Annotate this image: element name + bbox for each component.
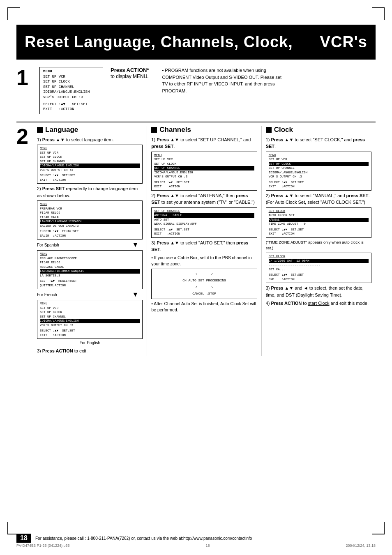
clock-column: Clock 1) Press ▲▼ to select "SET CLOCK,"… bbox=[262, 126, 376, 356]
page-title: Reset Language, Channels, Clock, bbox=[25, 33, 293, 51]
ch-auto-box: \ / CH AUTO SET PROCEEDING / \ CANCEL :S… bbox=[151, 269, 257, 299]
ch-menu1: MENU SET UP VCR SET UP CLOCK SET UP CHAN… bbox=[151, 152, 257, 191]
file-info-center: 18 bbox=[206, 543, 210, 548]
file-info-line: PV-D4745S P1-25 (041224).p65 18 2004/12/… bbox=[16, 543, 376, 548]
step2-section: 2 Language 1) Press ▲▼ to select languag… bbox=[16, 126, 376, 356]
step1-menu-box: MENU SET UP VCR SET UP CLOCK SET UP CHAN… bbox=[39, 67, 103, 114]
step1-note: • PROGRAM functions are not available wh… bbox=[162, 67, 285, 94]
footer-text: For assistance, please call : 1-800-211-… bbox=[35, 536, 252, 541]
clk-menu1: MENU SET UP VCR SET UP CLOCK SET UP CHAN… bbox=[266, 152, 371, 191]
clk-menu3: SET CLOCK 1/ 1/2005 SAT 12:00AM --------… bbox=[266, 253, 371, 283]
language-column: Language 1) Press ▲▼ to select language … bbox=[33, 126, 147, 356]
channels-header-label: Channels bbox=[159, 126, 191, 134]
channels-column: Channels 1) Press ▲▼ to select "SET UP C… bbox=[147, 126, 261, 356]
clock-header-icon bbox=[266, 127, 272, 133]
ch-sub3: 3) Press ▲▼ to select "AUTO SET," then p… bbox=[151, 240, 257, 253]
step1-instruction: Press ACTION* to display MENU. bbox=[111, 67, 149, 79]
spanish-menu: MENU PREPARAR VCR FIJAR RELOJ FIJAR CANA… bbox=[37, 200, 143, 240]
ch-sub2: 2) Press ▲▼ to select "ANTENNA," then pr… bbox=[151, 192, 257, 206]
lang-menu1: MENU SET UP VCR SET UP CLOCK SET UP CHAN… bbox=[37, 145, 143, 184]
clk-sub4: 4) Press ACTION to start Clock and exit … bbox=[266, 300, 371, 307]
clk-menu2: SET CLOCK AUTO CLOCK SET MANUAL TIME ZON… bbox=[266, 207, 371, 238]
step1-bold: Press ACTION* bbox=[111, 67, 149, 73]
language-header-icon bbox=[37, 127, 43, 133]
corner-tl bbox=[7, 7, 20, 20]
arrow-down-spanish: ▼ bbox=[132, 241, 138, 249]
french-menu: MENU REGLAGE MAGNETOSCOPE FIJAR RELOJ RE… bbox=[37, 250, 143, 289]
main-content: 1 MENU SET UP VCR SET UP CLOCK SET UP CH… bbox=[16, 60, 376, 530]
clk-sub2: 2) Press ▲▼ to select "MANUAL," and pres… bbox=[266, 192, 371, 206]
french-label: For French bbox=[37, 292, 57, 297]
ch-menu2: SET UP CHANNEL ANTENNA : CABLE AUTO SET … bbox=[151, 207, 257, 238]
clk-sub1: 1) Press ▲▼ to select "SET CLOCK," and p… bbox=[266, 136, 371, 150]
step1-normal: to display MENU. bbox=[111, 74, 149, 79]
ch-bullet1: If you use a Cable Box, set it to the PB… bbox=[151, 255, 257, 267]
clk-note: ("TIME ZONE ADJUST" appears only when au… bbox=[266, 240, 371, 251]
arrow-down-french: ▼ bbox=[132, 291, 138, 298]
english-block: MENU SET UP VCR SET UP CLOCK SET UP CHAN… bbox=[37, 300, 143, 345]
spanish-label: For Spanish bbox=[37, 243, 59, 247]
lang-sub3: 3) Press ACTION to exit. bbox=[37, 348, 143, 355]
step2-number: 2 bbox=[16, 126, 33, 147]
english-menu: MENU SET UP VCR SET UP CLOCK SET UP CHAN… bbox=[37, 300, 143, 339]
spanish-block: MENU PREPARAR VCR FIJAR RELOJ FIJAR CANA… bbox=[37, 200, 143, 249]
clock-header: Clock bbox=[266, 126, 371, 134]
step1-section: 1 MENU SET UP VCR SET UP CLOCK SET UP CH… bbox=[16, 67, 376, 114]
corner-tr bbox=[372, 7, 385, 20]
step1-number: 1 bbox=[16, 67, 33, 88]
language-header: Language bbox=[37, 126, 143, 134]
language-header-label: Language bbox=[45, 126, 78, 134]
footer: 18 For assistance, please call : 1-800-2… bbox=[16, 534, 376, 543]
lang-sub1: 1) Press ▲▼ to select language item. bbox=[37, 136, 143, 143]
header-band: Reset Language, Channels, Clock, VCR's bbox=[16, 25, 376, 60]
clock-header-label: Clock bbox=[274, 126, 293, 134]
page-title-right: VCR's bbox=[320, 33, 367, 51]
clk-sub3: 3) Press ▲▼ and ◄ to select, then set th… bbox=[266, 285, 371, 298]
english-label: For English bbox=[37, 341, 143, 345]
channels-header: Channels bbox=[151, 126, 257, 134]
columns: Language 1) Press ▲▼ to select language … bbox=[33, 126, 376, 356]
file-info-right: 2004/12/24, 13:18 bbox=[346, 543, 376, 548]
channels-header-icon bbox=[151, 127, 157, 133]
lang-sub2: 2) Press SET repeatedly to change langua… bbox=[37, 185, 143, 199]
french-block: MENU REGLAGE MAGNETOSCOPE FIJAR RELOJ RE… bbox=[37, 250, 143, 298]
ch-sub1: 1) Press ▲▼ to select "SET UP CHANNEL," … bbox=[151, 136, 257, 150]
page: Reset Language, Channels, Clock, VCR's 1… bbox=[0, 0, 392, 555]
page-number: 18 bbox=[16, 534, 31, 543]
file-info-left: PV-D4745S P1-25 (041224).p65 bbox=[16, 543, 70, 548]
ch-bullet2: After Channel Auto Set is finished, Auto… bbox=[151, 301, 257, 313]
section-divider bbox=[16, 122, 376, 122]
